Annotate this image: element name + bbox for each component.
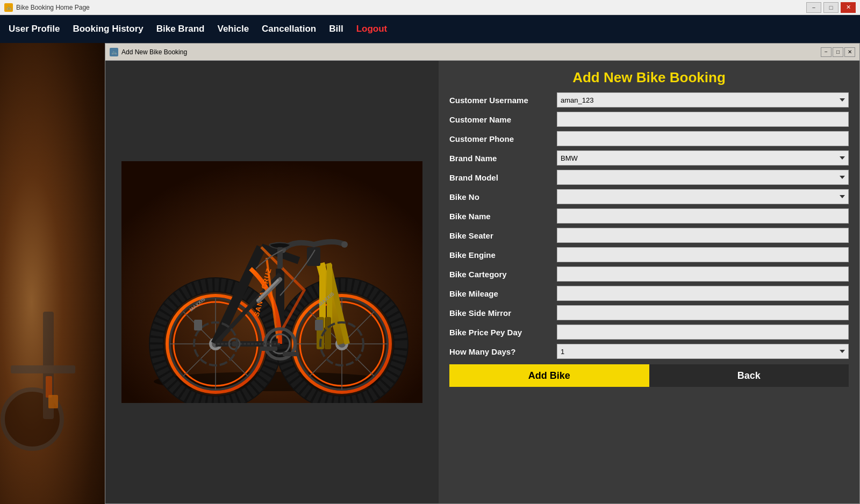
dialog-icon: 🚲: [110, 48, 118, 56]
svg-rect-4: [48, 395, 58, 408]
add-bike-button[interactable]: Add Bike: [449, 364, 649, 387]
bike-side-mirror-label: Bike Side Mirror: [449, 308, 557, 318]
bike-side-mirror-row: Bike Side Mirror: [449, 305, 849, 320]
how-many-days-row: How Many Days? 1 2 3 4 5 6 7: [449, 344, 849, 359]
customer-username-row: Customer Username aman_123: [449, 92, 849, 107]
bike-name-input[interactable]: [557, 208, 849, 224]
bike-cartegory-row: Bike Cartegory: [449, 267, 849, 282]
svg-rect-58: [261, 347, 277, 351]
os-window-controls: − □ ✕: [806, 2, 856, 13]
svg-rect-67: [194, 320, 202, 330]
bike-seater-label: Bike Seater: [449, 231, 557, 240]
nav-bill[interactable]: Bill: [329, 24, 343, 34]
booking-form-panel: Add New Bike Booking Customer Username a…: [439, 61, 859, 503]
customer-username-label: Customer Username: [449, 96, 557, 105]
dialog-window-controls: − □ ✕: [821, 47, 855, 57]
dialog-title: Add New Bike Booking: [121, 48, 821, 56]
svg-rect-2: [11, 365, 75, 373]
how-many-days-select[interactable]: 1 2 3 4 5 6 7: [557, 344, 849, 359]
bike-name-label: Bike Name: [449, 212, 557, 221]
bike-engine-label: Bike Engine: [449, 250, 557, 260]
svg-rect-3: [46, 376, 52, 398]
bike-no-label: Bike No: [449, 192, 557, 201]
bike-image-panel: SANTA CRUZ: [105, 61, 439, 503]
bike-side-mirror-input[interactable]: [557, 305, 849, 320]
nav-user-profile[interactable]: User Profile: [9, 24, 60, 34]
svg-rect-65: [315, 320, 323, 330]
main-area: 🚲 Add New Bike Booking − □ ✕: [0, 43, 860, 504]
customer-username-select[interactable]: aman_123: [557, 92, 849, 107]
brand-model-label: Brand Model: [449, 173, 557, 182]
dialog-close-button[interactable]: ✕: [844, 47, 855, 57]
bike-mileage-row: Bike Mileage: [449, 286, 849, 301]
svg-rect-50: [307, 247, 320, 266]
customer-name-row: Customer Name: [449, 112, 849, 127]
customer-phone-row: Customer Phone: [449, 131, 849, 146]
dialog-minimize-button[interactable]: −: [821, 47, 832, 57]
bike-no-select[interactable]: [557, 189, 849, 204]
dialog-maximize-button[interactable]: □: [833, 47, 843, 57]
back-button[interactable]: Back: [649, 364, 849, 387]
brand-model-row: Brand Model: [449, 170, 849, 185]
customer-phone-input[interactable]: [557, 131, 849, 146]
svg-rect-49: [325, 317, 331, 349]
bike-price-input[interactable]: [557, 325, 849, 340]
brand-name-select[interactable]: BMW: [557, 150, 849, 165]
how-many-days-label: How Many Days?: [449, 347, 557, 356]
bike-cartegory-label: Bike Cartegory: [449, 270, 557, 279]
nav-booking-history[interactable]: Booking History: [73, 24, 143, 34]
customer-name-label: Customer Name: [449, 115, 557, 124]
form-buttons: Add Bike Back: [449, 364, 849, 387]
brand-name-label: Brand Name: [449, 154, 557, 163]
nav-bike-brand[interactable]: Bike Brand: [156, 24, 205, 34]
os-maximize-button[interactable]: □: [823, 2, 838, 13]
brand-model-select[interactable]: [557, 170, 849, 185]
nav-logout[interactable]: Logout: [356, 24, 388, 34]
svg-point-52: [341, 241, 348, 248]
bike-mileage-label: Bike Mileage: [449, 289, 557, 298]
bike-engine-input[interactable]: [557, 247, 849, 262]
customer-name-input[interactable]: [557, 112, 849, 127]
bike-engine-row: Bike Engine: [449, 247, 849, 262]
bike-price-label: Bike Price Pey Day: [449, 328, 557, 337]
nav-vehicle[interactable]: Vehicle: [217, 24, 249, 34]
customer-phone-label: Customer Phone: [449, 134, 557, 143]
svg-rect-59: [283, 352, 299, 356]
bike-mileage-input[interactable]: [557, 286, 849, 301]
os-titlebar-icon: 🚲: [4, 3, 13, 12]
os-titlebar-title: Bike Booking Home Page: [16, 4, 806, 11]
bike-seater-input[interactable]: [557, 228, 849, 243]
navbar: User Profile Booking History Bike Brand …: [0, 15, 860, 43]
dialog-window: 🚲 Add New Bike Booking − □ ✕: [105, 43, 860, 504]
os-close-button[interactable]: ✕: [841, 2, 856, 13]
bike-name-row: Bike Name: [449, 208, 849, 224]
dialog-body: SANTA CRUZ: [105, 61, 859, 503]
os-titlebar: 🚲 Bike Booking Home Page − □ ✕: [0, 0, 860, 15]
brand-name-row: Brand Name BMW: [449, 150, 849, 165]
nav-cancellation[interactable]: Cancellation: [262, 24, 316, 34]
bike-svg: SANTA CRUZ: [121, 161, 422, 403]
bike-price-row: Bike Price Pey Day: [449, 325, 849, 340]
bg-left-wall: [0, 0, 105, 504]
bike-cartegory-input[interactable]: [557, 267, 849, 282]
os-minimize-button[interactable]: −: [806, 2, 821, 13]
form-title: Add New Bike Booking: [449, 61, 849, 92]
bike-seater-row: Bike Seater: [449, 228, 849, 243]
dialog-titlebar: 🚲 Add New Bike Booking − □ ✕: [105, 44, 859, 61]
bike-no-row: Bike No: [449, 189, 849, 204]
